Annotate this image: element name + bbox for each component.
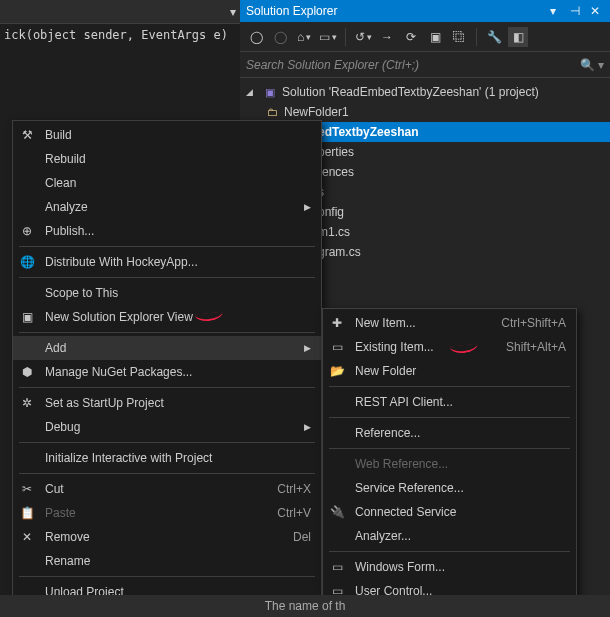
back-icon[interactable]: ◯ bbox=[246, 27, 266, 47]
window-icon: ▣ bbox=[17, 309, 37, 325]
context-menu-item[interactable]: Add▶ bbox=[13, 336, 321, 360]
folder-icon: 📂 bbox=[327, 363, 347, 379]
tree-item-label: rences bbox=[318, 165, 354, 179]
cut-icon: ✂ bbox=[17, 481, 37, 497]
menu-separator bbox=[19, 576, 315, 577]
context-menu-item[interactable]: Rebuild bbox=[13, 147, 321, 171]
add-submenu-item[interactable]: REST API Client... bbox=[323, 390, 576, 414]
home-icon[interactable]: ⌂ bbox=[294, 27, 314, 47]
menu-item-label: Rebuild bbox=[45, 152, 311, 166]
status-bar: The name of th bbox=[0, 595, 610, 617]
context-menu-item[interactable]: Initialize Interactive with Project bbox=[13, 446, 321, 470]
collapse-icon[interactable]: → bbox=[377, 27, 397, 47]
blank-icon bbox=[327, 394, 347, 410]
menu-item-label: Manage NuGet Packages... bbox=[45, 365, 311, 379]
context-menu-item[interactable]: Debug▶ bbox=[13, 415, 321, 439]
menu-separator bbox=[19, 246, 315, 247]
context-menu-item[interactable]: ✕RemoveDel bbox=[13, 525, 321, 549]
context-menu-item[interactable]: Analyze▶ bbox=[13, 195, 321, 219]
menu-item-label: Add bbox=[45, 341, 293, 355]
existitem-icon: ▭ bbox=[327, 339, 347, 355]
menu-item-label: Initialize Interactive with Project bbox=[45, 451, 311, 465]
context-menu-item[interactable]: ✂CutCtrl+X bbox=[13, 477, 321, 501]
panel-title: Solution Explorer bbox=[246, 4, 337, 18]
menu-shortcut: Del bbox=[251, 530, 311, 544]
context-menu-item[interactable]: Rename bbox=[13, 549, 321, 573]
project-context-menu: ⚒BuildRebuildCleanAnalyze▶⊕Publish...🌐Di… bbox=[12, 120, 322, 617]
history-icon[interactable]: ↺ bbox=[353, 27, 373, 47]
solution-node[interactable]: ◢▣ Solution 'ReadEmbedTextbyZeeshan' (1 … bbox=[240, 82, 610, 102]
context-menu-item[interactable]: ⬢Manage NuGet Packages... bbox=[13, 360, 321, 384]
menu-separator bbox=[19, 277, 315, 278]
add-submenu-item[interactable]: ✚New Item...Ctrl+Shift+A bbox=[323, 311, 576, 335]
search-icon[interactable]: 🔍 ▾ bbox=[580, 58, 604, 72]
context-menu-item[interactable]: ✲Set as StartUp Project bbox=[13, 391, 321, 415]
submenu-arrow-icon: ▶ bbox=[301, 343, 311, 353]
add-submenu-item[interactable]: 📂New Folder bbox=[323, 359, 576, 383]
menu-item-label: New Item... bbox=[355, 316, 493, 330]
menu-item-label: Analyze bbox=[45, 200, 293, 214]
context-menu-item[interactable]: 🌐Distribute With HockeyApp... bbox=[13, 250, 321, 274]
menu-separator bbox=[19, 387, 315, 388]
properties-icon[interactable]: 🔧 bbox=[484, 27, 504, 47]
refresh-icon[interactable]: ⟳ bbox=[401, 27, 421, 47]
menu-item-label: Paste bbox=[45, 506, 243, 520]
menu-item-label: Analyzer... bbox=[355, 529, 566, 543]
tree-folder-row[interactable]: 🗀 NewFolder1 bbox=[240, 102, 610, 122]
menu-separator bbox=[329, 448, 570, 449]
dropdown-icon[interactable]: ▾ bbox=[550, 4, 564, 18]
blank-icon bbox=[17, 151, 37, 167]
context-menu-item[interactable]: ⊕Publish... bbox=[13, 219, 321, 243]
submenu-arrow-icon: ▶ bbox=[301, 202, 311, 212]
menu-item-label: Cut bbox=[45, 482, 243, 496]
nuget-icon: ⬢ bbox=[17, 364, 37, 380]
blank-icon bbox=[17, 553, 37, 569]
menu-separator bbox=[329, 417, 570, 418]
submenu-arrow-icon: ▶ bbox=[301, 422, 311, 432]
preview-icon[interactable]: ◧ bbox=[508, 27, 528, 47]
showall-icon[interactable]: ▣ bbox=[425, 27, 445, 47]
add-submenu-item[interactable]: Reference... bbox=[323, 421, 576, 445]
blank-icon bbox=[327, 480, 347, 496]
build-icon: ⚒ bbox=[17, 127, 37, 143]
forward-icon[interactable]: ◯ bbox=[270, 27, 290, 47]
solution-label: Solution 'ReadEmbedTextbyZeeshan' (1 pro… bbox=[282, 85, 539, 99]
remove-icon: ✕ bbox=[17, 529, 37, 545]
context-menu-item[interactable]: ⚒Build bbox=[13, 123, 321, 147]
editor-tabstrip[interactable]: ▾ bbox=[0, 0, 240, 24]
blank-icon bbox=[17, 340, 37, 356]
context-menu-item[interactable]: Scope to This bbox=[13, 281, 321, 305]
blank-icon bbox=[327, 425, 347, 441]
close-icon[interactable]: ✕ bbox=[590, 4, 604, 18]
panel-toolbar: ◯ ◯ ⌂ ▭ ↺ → ⟳ ▣ ⿻ 🔧 ◧ bbox=[240, 22, 610, 52]
editor-member-dropdown[interactable]: ick(object sender, EventArgs e) bbox=[0, 24, 240, 46]
pin-icon[interactable]: ⊣ bbox=[570, 4, 584, 18]
menu-item-label: New Solution Explorer View bbox=[45, 310, 311, 324]
menu-separator bbox=[329, 551, 570, 552]
menu-item-label: Rename bbox=[45, 554, 311, 568]
tree-item-label: m1.cs bbox=[318, 225, 350, 239]
menu-item-label: Windows Form... bbox=[355, 560, 566, 574]
globe-icon: 🌐 bbox=[17, 254, 37, 270]
search-bar[interactable]: 🔍 ▾ bbox=[240, 52, 610, 78]
menu-item-label: Remove bbox=[45, 530, 243, 544]
solution-icon: ▣ bbox=[262, 84, 278, 100]
menu-item-label: Connected Service bbox=[355, 505, 566, 519]
panel-titlebar[interactable]: Solution Explorer ▾ ⊣ ✕ bbox=[240, 0, 610, 22]
add-submenu-item[interactable]: 🔌Connected Service bbox=[323, 500, 576, 524]
menu-item-label: New Folder bbox=[355, 364, 566, 378]
context-menu-item[interactable]: Clean bbox=[13, 171, 321, 195]
add-submenu-item[interactable]: Service Reference... bbox=[323, 476, 576, 500]
sync-icon[interactable]: ▭ bbox=[318, 27, 338, 47]
tree-item-label: perties bbox=[318, 145, 354, 159]
menu-item-label: Web Reference... bbox=[355, 457, 566, 471]
copy-icon[interactable]: ⿻ bbox=[449, 27, 469, 47]
folder-icon: 🗀 bbox=[264, 104, 280, 120]
add-submenu: ✚New Item...Ctrl+Shift+A▭Existing Item..… bbox=[322, 308, 577, 617]
search-input[interactable] bbox=[246, 58, 580, 72]
menu-separator bbox=[19, 332, 315, 333]
add-submenu-item[interactable]: Analyzer... bbox=[323, 524, 576, 548]
add-submenu-item[interactable]: ▭Windows Form... bbox=[323, 555, 576, 579]
gear-icon: ✲ bbox=[17, 395, 37, 411]
context-menu-item[interactable]: ▣New Solution Explorer View bbox=[13, 305, 321, 329]
